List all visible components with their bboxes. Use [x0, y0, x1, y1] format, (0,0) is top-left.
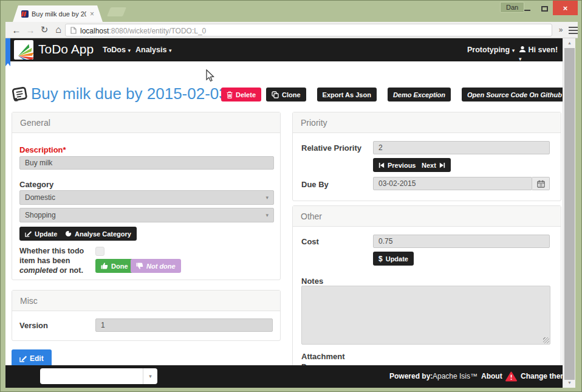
dollar-icon: $: [378, 255, 383, 263]
completed-checkbox[interactable]: [95, 247, 104, 256]
maximize-icon: [541, 6, 548, 12]
description-field[interactable]: [19, 156, 274, 170]
update-cost-button[interactable]: $ Update: [373, 252, 414, 266]
theme-select[interactable]: ▾: [40, 368, 157, 384]
side-ribbon: [5, 38, 10, 66]
theme-select-value: [40, 368, 143, 384]
analyse-category-button[interactable]: Analyse Category: [60, 227, 137, 241]
due-by-label: Due By: [301, 180, 329, 189]
version-field[interactable]: [95, 318, 273, 332]
change-theme-link[interactable]: Change theme ▴: [521, 372, 563, 380]
attachment-label: Attachment: [301, 352, 345, 361]
bookmarks-overflow-icon[interactable]: »: [555, 24, 567, 36]
page-scrollbar[interactable]: ▲ ▼: [563, 38, 575, 388]
pie-chart-icon: [65, 230, 72, 237]
page-content: ToDo App ToDos ▾ Analysis ▾ Prototyping …: [5, 38, 563, 388]
url-text: localhost:8080/wicket/entity/TODO:L_0: [80, 25, 206, 36]
panel-general: General Description* Category Domestic▾ …: [12, 112, 281, 280]
home-button[interactable]: ⌂: [52, 24, 64, 36]
favicon-icon: [21, 10, 29, 18]
browser-window: Buy milk due by 2015-02-03 × Dan × ← → ↻…: [0, 0, 582, 392]
about-link[interactable]: About: [481, 372, 502, 380]
powered-by-link[interactable]: Apache Isis™: [433, 372, 478, 380]
app-navbar: ToDo App ToDos ▾ Analysis ▾ Prototyping …: [5, 38, 563, 61]
mouse-cursor: [204, 69, 215, 83]
app-brand[interactable]: ToDo App: [38, 42, 94, 57]
panel-misc-header: Misc: [12, 291, 280, 311]
edit-icon: [25, 230, 32, 237]
app-footer: ▾ Powered by: Apache Isis™ About Change …: [5, 365, 563, 388]
resize-grip-icon[interactable]: [543, 337, 549, 343]
chevron-down-icon: ▾: [128, 47, 131, 53]
github-source-button[interactable]: Open Source Code On Github: [462, 88, 563, 101]
tab-title: Buy milk due by 2015-02-03: [32, 10, 86, 18]
chevron-down-icon: ▾: [512, 47, 515, 53]
browser-toolbar: ← → ↻ ⌂ localhost:8080/wicket/entity/TOD…: [5, 22, 578, 38]
step-backward-icon: [378, 162, 385, 168]
todo-item-icon: [10, 85, 29, 104]
subcategory-select[interactable]: Shopping▾: [19, 208, 274, 222]
url-path: :8080/wicket/entity/TODO:L_0: [109, 27, 206, 35]
due-by-field[interactable]: [373, 177, 532, 190]
category-label: Category: [19, 180, 53, 189]
panel-other-header: Other: [293, 206, 561, 227]
panel-other: Other Cost $ Update Notes Attachment Doc: [292, 205, 561, 379]
panel-priority: Priority Relative Priority Previous Next…: [292, 112, 561, 201]
done-button[interactable]: Done: [95, 259, 134, 273]
next-button[interactable]: Next: [416, 158, 451, 172]
new-tab-button[interactable]: [107, 7, 126, 16]
chevron-down-icon: ▾: [265, 194, 269, 201]
calendar-button[interactable]: [532, 177, 550, 190]
version-label: Version: [19, 321, 48, 330]
required-marker: *: [63, 145, 66, 154]
back-button[interactable]: ←: [10, 24, 22, 36]
demo-exception-button[interactable]: Demo Exception: [388, 88, 451, 101]
url-host: localhost: [80, 27, 109, 35]
trash-icon: [227, 91, 233, 98]
scroll-up-icon[interactable]: ▲: [563, 39, 576, 47]
page-title: Buy milk due by 2015-02-03: [31, 84, 228, 103]
warning-icon[interactable]: [505, 371, 517, 382]
hamburger-icon: [569, 27, 578, 28]
thumbs-up-icon: [101, 263, 108, 269]
forward-button[interactable]: →: [24, 24, 36, 36]
address-bar[interactable]: localhost:8080/wicket/entity/TODO:L_0: [65, 24, 552, 36]
page-icon: [70, 27, 77, 34]
previous-button[interactable]: Previous: [373, 158, 421, 172]
menu-analysis[interactable]: Analysis ▾: [135, 46, 171, 54]
chevron-down-icon: ▾: [169, 47, 172, 53]
notes-textarea[interactable]: [301, 286, 550, 345]
scroll-down-icon[interactable]: ▼: [563, 379, 576, 387]
notes-label: Notes: [301, 277, 323, 286]
scrollbar-thumb[interactable]: [564, 48, 575, 380]
relative-priority-label: Relative Priority: [301, 143, 361, 153]
user-icon: [519, 46, 526, 53]
reload-button[interactable]: ↻: [38, 24, 50, 36]
cost-field[interactable]: [373, 235, 550, 248]
app-logo[interactable]: [14, 40, 33, 60]
close-icon: ×: [563, 4, 568, 13]
not-done-button[interactable]: Not done: [131, 259, 181, 273]
menu-user[interactable]: Hi sven! ▾: [519, 46, 563, 63]
menu-prototyping[interactable]: Prototyping ▾: [467, 46, 515, 54]
step-forward-icon: [439, 162, 445, 168]
delete-button[interactable]: Delete: [221, 88, 261, 101]
clone-button[interactable]: Clone: [266, 88, 306, 101]
category-select[interactable]: Domestic▾: [19, 190, 274, 205]
panel-general-header: General: [12, 112, 280, 133]
thumbs-down-icon: [136, 263, 143, 269]
tab-close-icon[interactable]: ×: [90, 10, 94, 18]
browser-tab[interactable]: Buy milk due by 2015-02-03 ×: [13, 5, 103, 22]
maximize-button[interactable]: [536, 1, 553, 15]
chevron-down-icon: ▾: [519, 56, 522, 62]
relative-priority-field[interactable]: [373, 141, 550, 154]
description-label: Description*: [19, 145, 66, 154]
menu-button[interactable]: [567, 24, 579, 36]
minimize-icon: [524, 10, 530, 11]
export-json-button[interactable]: Export As Json: [317, 88, 377, 101]
update-category-button[interactable]: Update: [19, 227, 63, 241]
clone-icon: [272, 91, 279, 98]
close-button[interactable]: ×: [553, 1, 578, 15]
menu-todos[interactable]: ToDos ▾: [103, 46, 131, 54]
minimize-button[interactable]: [519, 1, 536, 15]
